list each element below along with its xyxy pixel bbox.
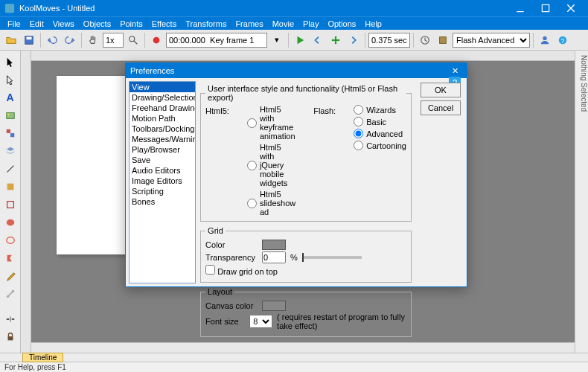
help-button[interactable]: ? (555, 32, 571, 48)
font-size-note: ( requires restart of program to fully t… (277, 312, 406, 330)
freehand-tool[interactable] (2, 268, 19, 284)
grid-transparency-input[interactable] (262, 251, 286, 263)
pointer-tool[interactable] (2, 54, 19, 70)
draw-grid-on-top-checkbox[interactable]: Draw grid on top (205, 265, 278, 276)
scrollbar-horizontal[interactable] (31, 342, 575, 353)
html5-option-jquery[interactable]: Html5 with jQuery mobile widgets (247, 143, 295, 187)
category-toolbars[interactable]: Toolbars/Docking Panels (130, 124, 195, 134)
open-button[interactable] (3, 32, 19, 48)
menu-transforms[interactable]: Transforms (181, 19, 231, 28)
html5-option-keyframe[interactable]: Html5 with keyframe animation (247, 105, 295, 141)
line-tool[interactable] (2, 161, 19, 177)
menu-play[interactable]: Play (298, 19, 323, 28)
svg-line-8 (134, 40, 137, 43)
ellipse-fill-tool[interactable] (2, 214, 19, 231)
percent-label: % (290, 253, 298, 262)
grid-transparency-label: Transparency (205, 253, 258, 262)
ok-button[interactable]: OK (421, 83, 461, 97)
menu-points[interactable]: Points (115, 19, 147, 28)
group-ui-legend: User interface style and functionality (… (205, 84, 406, 102)
font-size-select[interactable]: 8 (249, 315, 272, 328)
timeline-tab[interactable]: Timeline (22, 353, 63, 362)
menu-views[interactable]: Views (48, 19, 79, 28)
bone-tool[interactable] (2, 286, 19, 302)
category-audio-editors[interactable]: Audio Editors (130, 165, 195, 176)
flash-option-basic[interactable]: Basic (354, 117, 406, 126)
canvas-color-swatch[interactable] (262, 301, 286, 311)
maximize-button[interactable] (533, 0, 558, 16)
redo-button[interactable] (62, 32, 78, 48)
category-image-editors[interactable]: Image Editors (130, 176, 195, 186)
svg-rect-32 (7, 336, 13, 340)
grid-transparency-slider[interactable] (302, 256, 362, 259)
category-scripting[interactable]: Scripting (130, 186, 195, 196)
html5-option-slideshow[interactable]: Html5 slideshow ad (247, 190, 295, 217)
ruler-vertical (21, 51, 31, 353)
category-drawing-selection[interactable]: Drawing/Selection (130, 92, 195, 103)
menu-movie[interactable]: Movie (268, 19, 298, 28)
zoom-field[interactable] (103, 33, 124, 48)
next-frame-button[interactable] (345, 32, 362, 48)
layers-tool[interactable] (2, 143, 19, 159)
undo-button[interactable] (44, 32, 60, 48)
flash-option-advanced[interactable]: Advanced (354, 129, 406, 138)
add-frame-button[interactable] (327, 32, 344, 48)
dialog-title-bar[interactable]: Preferences ✕ (126, 63, 467, 78)
cancel-button[interactable]: Cancel (421, 100, 461, 115)
menu-frames[interactable]: Frames (231, 19, 267, 28)
play-button[interactable] (292, 32, 308, 48)
category-list[interactable]: View Drawing/Selection Freehand Drawing … (129, 81, 196, 283)
menu-file[interactable]: File (3, 19, 25, 28)
settings-button[interactable] (435, 32, 451, 48)
menu-options[interactable]: Options (323, 19, 360, 28)
polygon-tool[interactable] (2, 250, 19, 266)
time-frame-display[interactable] (166, 33, 267, 48)
save-button[interactable] (21, 32, 37, 48)
flash-option-cartooning[interactable]: Cartooning (354, 141, 406, 150)
record-button[interactable] (148, 32, 164, 48)
preferences-dialog: Preferences ✕ View Drawing/Selection Fre… (125, 62, 467, 287)
svg-point-25 (6, 237, 14, 244)
mode-select[interactable]: Flash Advanced (453, 33, 530, 48)
ellipse-tool[interactable] (2, 232, 19, 248)
align-tool[interactable] (2, 311, 19, 327)
right-panel-tab[interactable]: Nothing Selected (575, 51, 588, 353)
category-motion-path[interactable]: Motion Path (130, 113, 195, 124)
menu-objects[interactable]: Objects (79, 19, 115, 28)
dialog-close-button[interactable]: ✕ (447, 66, 462, 76)
close-button[interactable] (558, 0, 584, 16)
dropdown-button[interactable]: ▾ (269, 32, 285, 48)
user-button[interactable] (537, 32, 553, 48)
category-freehand-drawing[interactable]: Freehand Drawing (130, 103, 195, 113)
category-save[interactable]: Save (130, 155, 195, 165)
menu-effects[interactable]: Effects (147, 19, 181, 28)
minimize-button[interactable] (508, 0, 533, 16)
import-tool[interactable] (2, 107, 19, 124)
duration-field[interactable] (368, 33, 410, 48)
font-size-label: Font size (205, 317, 245, 326)
dialog-content: ? OK Cancel User interface style and fun… (199, 78, 467, 286)
lock-tool[interactable] (2, 329, 19, 345)
category-messages[interactable]: Messages/Warnings (130, 134, 195, 144)
category-bones[interactable]: Bones (130, 196, 195, 207)
category-view[interactable]: View (130, 82, 195, 92)
clock-button[interactable] (417, 32, 433, 48)
rect-fill-tool[interactable] (2, 179, 19, 195)
title-bar: KoolMoves - Untitled (0, 0, 588, 16)
flash-label: Flash: (313, 106, 336, 115)
prev-frame-button[interactable] (310, 32, 326, 48)
hand-tool[interactable] (85, 32, 101, 48)
zoom-tool[interactable] (125, 32, 141, 48)
rect-tool[interactable] (2, 196, 19, 213)
menu-help[interactable]: Help (360, 19, 386, 28)
menu-edit[interactable]: Edit (25, 19, 48, 28)
grid-color-swatch[interactable] (262, 240, 286, 250)
app-icon (4, 3, 15, 13)
subselect-tool[interactable] (2, 71, 19, 88)
text-tool[interactable]: A (2, 89, 19, 106)
flash-option-wizards[interactable]: Wizards (354, 105, 406, 115)
group-ui-style: User interface style and functionality (… (200, 84, 412, 222)
category-play-browser[interactable]: Play/Browser (130, 144, 195, 155)
svg-point-24 (6, 219, 14, 226)
component-tool[interactable] (2, 125, 19, 141)
